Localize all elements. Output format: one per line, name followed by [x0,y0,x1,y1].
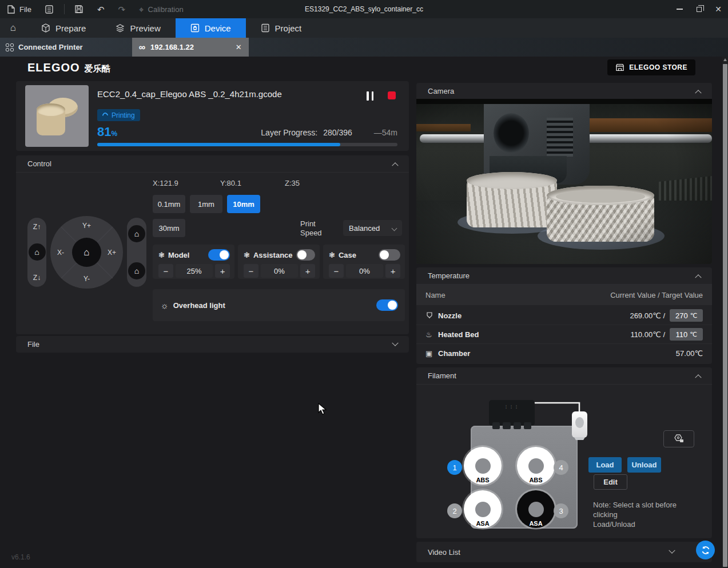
refresh-button[interactable] [696,541,715,559]
tab-preview[interactable]: Preview [101,18,175,38]
nozzle-target-input[interactable]: 270℃ [670,309,703,322]
z-up-button[interactable]: Z↑ [27,223,46,231]
spool-slot-2[interactable]: ASA [464,490,502,528]
tab-prepare[interactable]: Prepare [26,18,101,38]
home-x-icon: ⌂ [134,229,139,238]
position-z: Z:35 [285,179,300,187]
edit-button[interactable]: Edit [594,474,627,490]
scrollbar-thumb[interactable] [723,64,727,567]
pause-button[interactable] [364,91,376,101]
printer-tab-192-168-1-22[interactable]: ∞ 192.168.1.22 ✕ [132,38,249,57]
progress-percent: 81% [97,125,117,139]
jog-y-plus-button[interactable]: Y+ [50,222,123,230]
slot-1-material: ABS [464,477,502,483]
slot-4-material: ABS [517,477,555,483]
bed-temp-row: ♨ Heated Bed 110.00℃ / 110℃ [416,325,712,344]
print-speed-value: Balanced [349,224,380,233]
unload-button[interactable]: Unload [627,457,661,473]
device-icon [190,23,200,33]
preview-icon [116,23,125,33]
home-button[interactable]: ⌂ [0,18,26,38]
titlebar: ES1329_CC2_ABS_sylo_container_cc File ↶ … [0,0,728,18]
expand-chevron-icon [392,339,398,346]
scroll-up-arrow-icon [723,58,727,61]
file-section-header[interactable]: File [16,336,409,353]
filament-station-diagram: ABS ABS ASA ASA 1 4 2 3 [416,384,588,538]
minimize-button[interactable] [670,0,689,18]
spool-hole [475,502,491,517]
fan-icon: ❃ [329,251,335,259]
temperature-panel-header[interactable]: Temperature [416,267,712,285]
rfid-tag-icon [673,434,685,444]
overhead-light-toggle[interactable] [376,299,398,311]
restore-button[interactable] [689,0,709,18]
model-fan-toggle[interactable] [208,249,230,261]
tab-project[interactable]: Project [246,18,317,38]
jog-x-plus-button[interactable]: X+ [108,249,116,257]
elegoo-store-button[interactable]: ELEGOO STORE [607,59,695,75]
mouse-cursor [318,403,327,415]
z-down-button[interactable]: Z↓ [27,274,46,282]
home-all-button[interactable]: ⌂ [72,238,101,267]
load-button[interactable]: Load [588,457,622,473]
video-list-header[interactable]: Video List [416,542,712,562]
stop-button[interactable] [388,91,396,99]
xy-jog-pad: Y+ X- X+ Y- ⌂ [50,216,123,289]
model-fan-minus-button[interactable]: − [158,264,173,278]
case-fan-toggle[interactable] [379,249,400,261]
home-x-button[interactable]: ⌂ [128,225,145,242]
filament-rfid-button[interactable] [663,430,694,447]
redo-button[interactable]: ↷ [112,0,133,18]
close-button[interactable]: ✕ [709,0,728,18]
slot-badge-3[interactable]: 3 [554,503,568,518]
assistance-fan-minus-button[interactable]: − [244,264,258,278]
slot-badge-4[interactable]: 4 [554,460,568,475]
print-speed-select[interactable]: Balanced [343,220,402,236]
spool-slot-4[interactable]: ABS [517,447,555,485]
printers-grid-icon [6,43,14,51]
time-remaining: —54m [374,128,397,137]
bed-target-input[interactable]: 110℃ [670,328,703,341]
home-z-button[interactable]: ⌂ [29,243,46,261]
step-10mm-button[interactable]: 10mm [227,195,260,213]
assistance-fan-group: ❃ Assistance − 0% + [238,245,320,279]
assistance-fan-plus-button[interactable]: + [300,264,315,278]
model-fan-plus-button[interactable]: + [215,264,230,278]
spool-slot-1[interactable]: ABS [464,447,502,485]
assistance-fan-label: Assistance [253,251,293,259]
chamber-temp-row: ▣ Chamber 57.00℃ [416,344,712,363]
control-title: Control [27,159,51,168]
step-0-1mm-button[interactable]: 0.1mm [153,195,185,213]
connected-printer-label[interactable]: Connected Printer [0,38,89,57]
home-icon: ⌂ [10,22,16,34]
jog-y-minus-button[interactable]: Y- [50,275,123,283]
vertical-scrollbar[interactable] [722,57,728,568]
printer-tab-bar: Connected Printer ∞ 192.168.1.22 ✕ [0,38,728,57]
assistance-fan-toggle[interactable] [296,249,315,261]
tab-device[interactable]: Device [176,18,246,38]
step-30mm-button[interactable]: 30mm [153,219,185,237]
close-printer-tab-icon[interactable]: ✕ [236,43,242,51]
case-fan-label: Case [339,251,356,259]
file-menu[interactable]: File [0,0,38,18]
jog-x-minus-button[interactable]: X- [57,249,64,257]
calibration-button[interactable]: ⌖ Calibration [132,0,190,18]
slot-badge-1[interactable]: 1 [447,460,462,475]
undo-button[interactable]: ↶ [90,0,112,18]
notes-button[interactable] [38,0,61,18]
control-panel-header[interactable]: Control [16,155,409,173]
case-fan-plus-button[interactable]: + [385,264,400,278]
restore-icon [697,7,702,12]
camera-panel-header[interactable]: Camera [416,83,712,100]
tab-prepare-label: Prepare [55,23,86,33]
slot-badge-2[interactable]: 2 [447,503,462,518]
home-y-button[interactable]: ⌂ [128,262,145,279]
layer-progress-label: Layer Progress: [261,128,317,137]
nozzle-label: Nozzle [438,311,462,320]
spool-slot-3[interactable]: ASA [517,490,555,528]
case-fan-minus-button[interactable]: − [329,264,344,278]
camera-panel: Camera [416,83,712,264]
save-button[interactable] [68,0,90,18]
filament-panel-header[interactable]: Filament [416,367,712,385]
step-1mm-button[interactable]: 1mm [190,195,222,213]
